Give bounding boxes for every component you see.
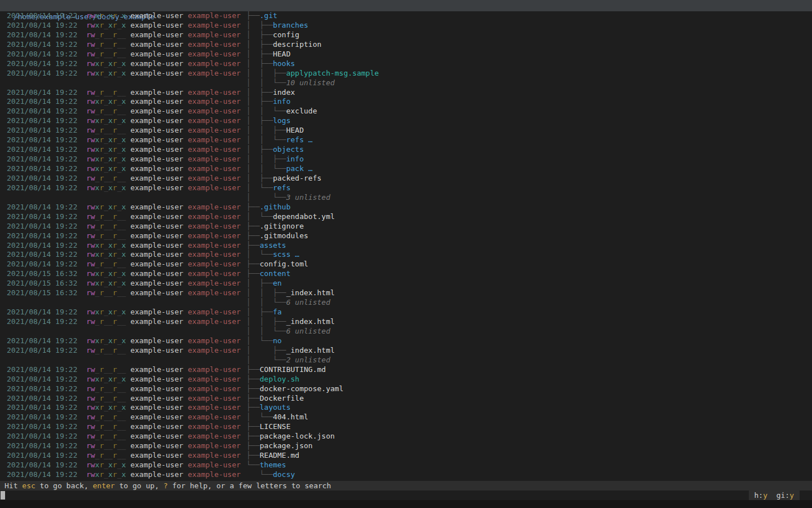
tree-row[interactable]: 2021/08/14 19:22 rwxr_xr_x example-user …: [0, 470, 812, 480]
tree-entry-name[interactable]: en: [273, 279, 282, 287]
tree-line: │ │ ├──_index.html: [246, 317, 335, 327]
tree-row[interactable]: 2021/08/14 19:22 rwxr_xr_x example-user …: [0, 336, 812, 346]
tree-row[interactable]: 2021/08/14 19:22 rw_r__r__ example-user …: [0, 174, 812, 183]
tree-row[interactable]: 2021/08/14 19:22 rwxr_xr_x example-user …: [0, 375, 812, 384]
tree-row[interactable]: 2021/08/14 19:22 rwxr_xr_x example-user …: [0, 155, 812, 164]
tree-entry-name[interactable]: info: [273, 97, 290, 106]
tree-row[interactable]: 2021/08/14 19:22 rw_r__r__ example-user …: [0, 451, 812, 461]
tree-row[interactable]: 2021/08/14 19:22 rw_r__r__ example-user …: [0, 260, 812, 269]
tree-row[interactable]: 2021/08/15 16:32 rwxr_xr_x example-user …: [0, 269, 812, 279]
tree-entry-name[interactable]: HEAD: [273, 50, 290, 58]
file-metadata: 2021/08/14 19:22 rw_r__r__ example-user …: [7, 50, 241, 59]
tree-entry-name[interactable]: refs: [286, 135, 303, 144]
tree-row[interactable]: 2021/08/14 19:22 rw_r__r__ example-user …: [0, 107, 812, 116]
tree-row[interactable]: 2021/08/14 19:22 rw_r__r__ example-user …: [0, 394, 812, 404]
tree-entry-name[interactable]: content: [259, 269, 290, 278]
tree-row[interactable]: 2021/08/14 19:22 rwxr_xr_x example-user …: [0, 403, 812, 413]
tree-entry-name[interactable]: description: [273, 40, 321, 49]
tree-row[interactable]: 2021/08/14 19:22 rw_r__r__ example-user …: [0, 212, 812, 222]
tree-entry-name[interactable]: info: [286, 155, 303, 163]
tree-entry-name[interactable]: .gitmodules: [259, 231, 308, 240]
tree-entry-name[interactable]: layouts: [259, 403, 290, 411]
tree-row[interactable]: 2021/08/14 19:22 rw_r__r__ example-user …: [0, 432, 812, 441]
tree-entry-name[interactable]: logs: [273, 116, 290, 125]
tree-row[interactable]: 2021/08/14 19:22 rwxr_xr_x example-user …: [0, 145, 812, 155]
tree-entry-name[interactable]: packed-refs: [273, 174, 321, 182]
tree-row[interactable]: 2021/08/14 19:22 rwxr_xr_x example-user …: [0, 183, 812, 193]
tree-row[interactable]: 2021/08/14 19:22 rwxr_xr_x example-user …: [0, 241, 812, 251]
group: example-user: [183, 203, 241, 211]
tree-row[interactable]: 2021/08/14 19:22 rw_r__r__ example-user …: [0, 88, 812, 98]
tree-entry-name[interactable]: hooks: [273, 59, 295, 68]
tree-entry-name[interactable]: Dockerfile: [259, 394, 303, 402]
tree-entry-name[interactable]: package.json: [259, 441, 312, 450]
tree-row[interactable]: 2021/08/14 19:22 rw_r__r__ example-user …: [0, 126, 812, 135]
tree-entry-name[interactable]: .git: [259, 11, 277, 20]
tree-row[interactable]: 2021/08/14 19:22 rw_r__r__ example-user …: [0, 384, 812, 394]
tree-row[interactable]: 2021/08/14 19:22 rw_r__r__ example-user …: [0, 422, 812, 432]
tree-entry-name[interactable]: 404.html: [273, 413, 308, 421]
tree-entry-name[interactable]: pack: [286, 164, 303, 173]
tree-row[interactable]: 2021/08/14 19:22 rw_r__r__ example-user …: [0, 231, 812, 241]
tree-entry-name[interactable]: no: [273, 336, 282, 345]
owner: example-user: [126, 288, 183, 297]
tree-row[interactable]: 2021/08/14 19:22 rw_r__r__ example-user …: [0, 30, 812, 40]
tree-entry-name[interactable]: config.toml: [259, 260, 308, 268]
tree-entry-name[interactable]: _index.html: [286, 346, 334, 354]
tree-entry-name[interactable]: docker-compose.yaml: [259, 384, 343, 393]
tree-entry-name[interactable]: .gitignore: [259, 222, 303, 230]
tree-entry-name[interactable]: LICENSE: [259, 422, 290, 431]
tree-row[interactable]: 2021/08/14 19:22 rwxr_xr_x example-user …: [0, 116, 812, 126]
branch-lines: ├──: [246, 403, 259, 411]
tree-entry-name[interactable]: .github: [259, 203, 290, 211]
tree-entry-name[interactable]: package-lock.json: [259, 432, 334, 440]
tree-entry-name[interactable]: deploy.sh: [259, 375, 299, 383]
tree-row[interactable]: 2021/08/15 16:32 rwxr_xr_x example-user …: [0, 279, 812, 288]
modified-date: 2021/08/14 19:22: [7, 451, 86, 459]
tree-entry-name[interactable]: assets: [259, 241, 286, 249]
tree-entry-name[interactable]: scss: [273, 250, 290, 259]
tree-entry-name[interactable]: objects: [273, 145, 304, 154]
tree-row[interactable]: 2021/08/14 19:22 rwxr_xr_x example-user …: [0, 97, 812, 107]
tree-entry-name[interactable]: fa: [273, 308, 282, 316]
tree-row[interactable]: 2021/08/14 19:22 rw_r__r__ example-user …: [0, 346, 812, 356]
tree-entry-name[interactable]: refs: [273, 183, 290, 192]
tree-row[interactable]: 2021/08/14 19:22 rw_r__r__ example-user …: [0, 365, 812, 375]
tree-entry-name[interactable]: docsy: [273, 470, 295, 479]
tree-entry-name[interactable]: _index.html: [286, 288, 334, 297]
tree-entry-name[interactable]: config: [273, 30, 299, 39]
tree-entry-name[interactable]: CONTRIBUTING.md: [259, 365, 325, 374]
owner: example-user: [126, 11, 183, 20]
tree-entry-name[interactable]: themes: [259, 461, 286, 469]
tree-row[interactable]: 2021/08/14 19:22 rwxr_xr_x example-user …: [0, 461, 812, 470]
tree-row[interactable]: 2021/08/14 19:22 rwxr_xr_x example-user …: [0, 250, 812, 260]
tree-entry-name[interactable]: branches: [273, 21, 308, 29]
tree-row[interactable]: 2021/08/15 16:32 rw_r__r__ example-user …: [0, 288, 812, 298]
tree-row[interactable]: 2021/08/14 19:22 rwxr_xr_x example-user …: [0, 164, 812, 174]
tree-entry-name[interactable]: exclude: [286, 107, 317, 115]
tree-row[interactable]: 2021/08/14 19:22 rwxr_xr_x example-user …: [0, 69, 812, 78]
tree-entry-name[interactable]: index: [273, 88, 295, 97]
tree-row[interactable]: 2021/08/14 19:22 rwxr_xr_x example-user …: [0, 59, 812, 69]
tree-entry-name[interactable]: HEAD: [286, 126, 303, 134]
modified-date: 2021/08/14 19:22: [7, 422, 86, 431]
tree-row[interactable]: 2021/08/14 19:22 rwxr_xr_x example-user …: [0, 135, 812, 145]
tree-row[interactable]: 2021/08/14 19:22 rw_r__r__ example-user …: [0, 317, 812, 327]
tree-row[interactable]: 2021/08/14 19:22 rwxr_xr_x example-user …: [0, 308, 812, 317]
search-input[interactable]: h:y gi:y: [0, 491, 812, 500]
branch-lines: │ ├──: [246, 88, 273, 97]
tree-row[interactable]: 2021/08/14 19:22 rw_r__r__ example-user …: [0, 222, 812, 231]
tree-row[interactable]: 2021/08/14 19:22 rw_r__r__ example-user …: [0, 441, 812, 451]
tree-line: ├──deploy.sh: [246, 375, 299, 384]
tree-entry-name[interactable]: applypatch-msg.sample: [286, 69, 378, 77]
tree-row[interactable]: 2021/08/14 19:22 rw_r__r__ example-user …: [0, 50, 812, 59]
tree-row[interactable]: 2021/08/14 19:22 rw_r__r__ example-user …: [0, 413, 812, 422]
tree-line: │ └──404.html: [246, 413, 308, 422]
tree-row[interactable]: 2021/08/14 19:22 rwxr_xr_x example-user …: [0, 203, 812, 212]
tree-row[interactable]: 2021/08/14 19:22 rwxr_xr_x example-user …: [0, 21, 812, 30]
tree-row[interactable]: 2021/08/14 19:22 rw_r__r__ example-user …: [0, 40, 812, 50]
tree-entry-name[interactable]: README.md: [259, 451, 299, 459]
tree-entry-name[interactable]: dependabot.yml: [273, 212, 335, 221]
tree-row[interactable]: 2021/08/14 19:22 rwxr_xr_x example-user …: [0, 11, 812, 21]
tree-entry-name[interactable]: _index.html: [286, 317, 334, 326]
